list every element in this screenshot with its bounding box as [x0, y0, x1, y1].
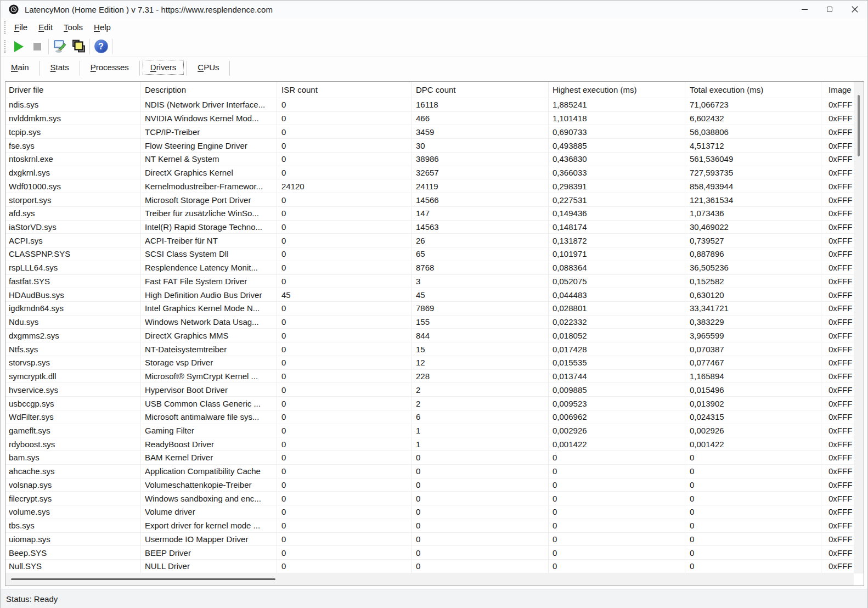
- table-row[interactable]: Beep.SYSBEEP Driver00000xFFF: [5, 546, 864, 560]
- table-row[interactable]: afd.sysTreiber für zusätzliche WinSo...0…: [5, 207, 864, 221]
- menu-item-tools[interactable]: Tools: [59, 20, 88, 34]
- tab-main[interactable]: Main: [4, 60, 36, 74]
- menu-item-help[interactable]: Help: [89, 20, 116, 34]
- table-cell: HDAudBus.sys: [5, 288, 141, 301]
- table-row[interactable]: igdkmdn64.sysIntel Graphics Kernel Mode …: [5, 302, 864, 316]
- tab-stats[interactable]: Stats: [43, 60, 76, 74]
- table-cell: NT-Dateisystemtreiber: [141, 342, 277, 356]
- table-row[interactable]: storport.sysMicrosoft Storage Port Drive…: [5, 193, 864, 207]
- table-row[interactable]: Null.SYSNULL Driver00000xFFF: [5, 560, 864, 573]
- table-row[interactable]: Wdf01000.sysKernelmodustreiber-Framewor.…: [5, 179, 864, 193]
- table-cell: 6,602432: [685, 112, 821, 125]
- table-cell: 0: [277, 207, 412, 220]
- table-row[interactable]: tbs.sysExport driver for kernel mode ...…: [5, 519, 864, 533]
- close-button[interactable]: [842, 1, 867, 18]
- table-cell: 0: [277, 166, 412, 179]
- table-row[interactable]: ahcache.sysApplication Compatibility Cac…: [5, 465, 864, 478]
- toolbar: ?: [1, 36, 867, 57]
- table-cell: 0,018052: [549, 329, 685, 342]
- table-cell: DirectX Graphics MMS: [141, 329, 277, 342]
- table-cell: fastfat.SYS: [5, 275, 141, 288]
- menubar-gripper[interactable]: [4, 21, 6, 34]
- table-cell: 0: [277, 275, 412, 288]
- maximize-button[interactable]: [817, 1, 842, 18]
- table-cell: 0,044483: [549, 288, 685, 301]
- table-row[interactable]: symcryptk.dllMicrosoft® SymCrypt Kernel …: [5, 370, 864, 384]
- column-header-isr-count[interactable]: ISR count: [277, 82, 412, 98]
- table-cell: Microsoft® SymCrypt Kernel ...: [141, 370, 277, 383]
- table-row[interactable]: CLASSPNP.SYSSCSI Class System Dll0650,10…: [5, 247, 864, 261]
- column-header-highest-execution-ms-[interactable]: Highest execution (ms): [549, 82, 685, 98]
- table-cell: BAM Kernel Driver: [141, 451, 277, 464]
- table-row[interactable]: Ntfs.sysNT-Dateisystemtreiber0150,017428…: [5, 342, 864, 356]
- toolbar-gripper[interactable]: [4, 40, 6, 53]
- table-cell: 0: [277, 125, 412, 138]
- table-row[interactable]: ndis.sysNDIS (Network Driver Interface..…: [5, 98, 864, 112]
- minimize-button[interactable]: [792, 1, 817, 18]
- table-row[interactable]: fastfat.SYSFast FAT File System Driver03…: [5, 275, 864, 289]
- column-header-dpc-count[interactable]: DPC count: [412, 82, 549, 98]
- table-cell: 0: [277, 193, 412, 206]
- table-header: Driver fileDescriptionISR countDPC count…: [5, 82, 864, 98]
- table-row[interactable]: ACPI.sysACPI-Treiber für NT0260,1318720,…: [5, 234, 864, 247]
- menu-item-file[interactable]: File: [9, 20, 32, 34]
- table-cell: 155: [412, 316, 549, 329]
- table-row[interactable]: uiomap.sysUsermode IO Mapper Driver00000…: [5, 533, 864, 547]
- vertical-scrollbar[interactable]: [854, 82, 864, 573]
- horizontal-scrollbar[interactable]: [5, 573, 854, 586]
- column-header-description[interactable]: Description: [141, 82, 277, 98]
- tab-drivers[interactable]: Drivers: [143, 60, 184, 74]
- start-monitor-button[interactable]: [9, 38, 28, 55]
- table-cell: Flow Steering Engine Driver: [141, 139, 277, 152]
- options-button[interactable]: [50, 38, 69, 55]
- table-row[interactable]: WdFilter.sysMicrosoft antimalware file s…: [5, 410, 864, 424]
- vertical-scrollbar-thumb[interactable]: [858, 95, 860, 156]
- table-cell: 0,383229: [685, 316, 821, 329]
- table-row[interactable]: filecrypt.sysWindows sandboxing and enc.…: [5, 492, 864, 505]
- table-row[interactable]: fse.sysFlow Steering Engine Driver0300,4…: [5, 139, 864, 153]
- help-button[interactable]: ?: [92, 38, 110, 55]
- close-icon: [852, 6, 858, 13]
- table-row[interactable]: ntoskrnl.exeNT Kernel & System0389860,43…: [5, 153, 864, 166]
- horizontal-scrollbar-thumb[interactable]: [11, 578, 275, 580]
- stop-monitor-button[interactable]: [28, 38, 47, 55]
- table-row[interactable]: rdyboost.sysReadyBoost Driver010,0014220…: [5, 437, 864, 451]
- table-row[interactable]: volsnap.sysVolumeschattenkopie-Treiber00…: [5, 478, 864, 492]
- table-row[interactable]: bam.sysBAM Kernel Driver00000xFFF: [5, 451, 864, 465]
- table-cell: 844: [412, 329, 549, 342]
- table-row[interactable]: nvlddmkm.sysNVIDIA Windows Kernel Mod...…: [5, 112, 864, 126]
- table-cell: ACPI-Treiber für NT: [141, 234, 277, 247]
- table-row[interactable]: dxgkrnl.sysDirectX Graphics Kernel032657…: [5, 166, 864, 180]
- table-row[interactable]: dxgmms2.sysDirectX Graphics MMS08440,018…: [5, 329, 864, 342]
- table-cell: 0: [277, 383, 412, 396]
- table-cell: 0: [549, 451, 685, 464]
- table-cell: 121,361534: [685, 193, 821, 206]
- menu-item-edit[interactable]: Edit: [33, 20, 58, 34]
- table-row[interactable]: tcpip.sysTCP/IP-Treiber034590,69073356,0…: [5, 125, 864, 139]
- tab-processes[interactable]: Processes: [83, 60, 136, 74]
- table-row[interactable]: usbccgp.sysUSB Common Class Generic ...0…: [5, 397, 864, 410]
- table-cell: 16118: [412, 98, 549, 111]
- table-cell: NDIS (Network Driver Interface...: [141, 98, 277, 111]
- table-cell: Volume driver: [141, 505, 277, 519]
- table-row[interactable]: rspLLL64.sysResplendence Latency Monit..…: [5, 261, 864, 275]
- copy-report-button[interactable]: [69, 38, 88, 55]
- table-row[interactable]: Ndu.sysWindows Network Data Usag...01550…: [5, 316, 864, 329]
- table-row[interactable]: hvservice.sysHypervisor Boot Driver020,0…: [5, 383, 864, 397]
- tab-cpus[interactable]: CPUs: [190, 60, 226, 74]
- title-bar: LatencyMon (Home Edition ) v 7.31 - http…: [1, 1, 867, 18]
- column-header-total-execution-ms-[interactable]: Total execution (ms): [685, 82, 821, 98]
- table-row[interactable]: gameflt.sysGaming Filter010,0029260,0029…: [5, 424, 864, 438]
- table-row[interactable]: volume.sysVolume driver00000xFFF: [5, 505, 864, 519]
- tab-separator: [187, 61, 187, 76]
- table-cell: 0: [412, 492, 549, 505]
- table-row[interactable]: iaStorVD.sysIntel(R) Rapid Storage Techn…: [5, 221, 864, 234]
- table-row[interactable]: storvsp.sysStorage vsp Driver0120,015535…: [5, 356, 864, 370]
- table-cell: 466: [412, 112, 549, 125]
- column-header-driver-file[interactable]: Driver file: [5, 82, 141, 98]
- table-row[interactable]: HDAudBus.sysHigh Definition Audio Bus Dr…: [5, 288, 864, 302]
- table-cell: 1: [412, 437, 549, 451]
- table-cell: rspLLL64.sys: [5, 261, 141, 274]
- table-cell: fse.sys: [5, 139, 141, 152]
- table-cell: 1,101418: [549, 112, 685, 125]
